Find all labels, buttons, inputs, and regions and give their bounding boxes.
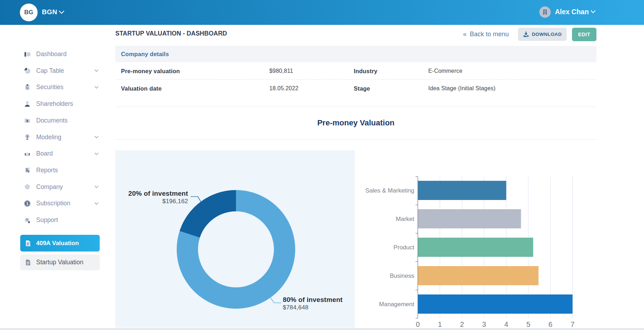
svg-text:7: 7 [571,320,574,328]
svg-text:2: 2 [460,320,464,328]
svg-text:?: ? [26,218,28,221]
svg-text:$: $ [27,135,28,138]
svg-text:5: 5 [526,320,530,328]
svg-text:$: $ [26,201,28,205]
svg-text:Management: Management [379,301,414,308]
svg-text:4: 4 [504,320,508,328]
svg-text:Product: Product [393,244,414,251]
svg-text:1: 1 [438,320,442,328]
svg-text:Market: Market [396,216,414,222]
svg-text:6: 6 [549,320,552,328]
svg-text:0: 0 [416,320,420,328]
svg-text:3: 3 [482,320,486,328]
svg-text:Sales & Marketing: Sales & Marketing [365,187,414,194]
svg-text:Business: Business [390,272,414,279]
